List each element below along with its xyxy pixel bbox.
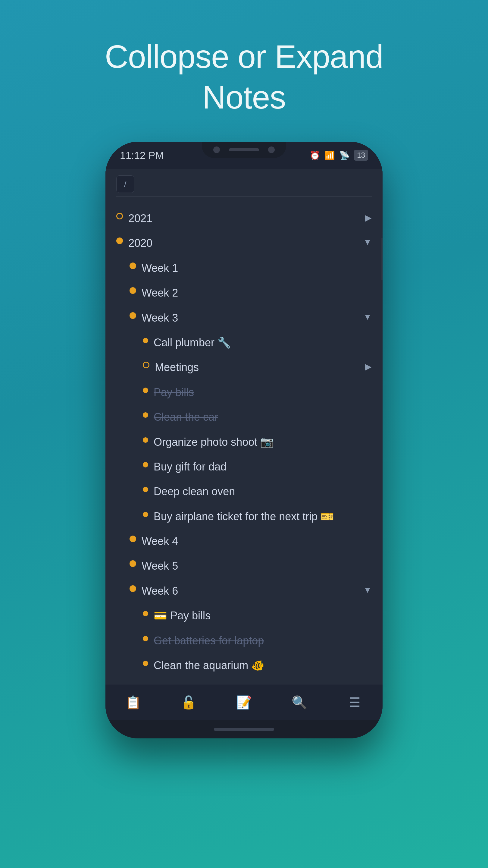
list-item[interactable]: Week 6▼ [105, 579, 383, 603]
toolbar: / [105, 169, 383, 201]
item-text: Week 1 [141, 261, 372, 276]
item-text: Organize photo shoot 📷 [154, 435, 372, 450]
bullet-icon [143, 512, 148, 517]
list-item[interactable]: Buy gift for dad [105, 455, 383, 479]
item-text: Week 2 [141, 285, 372, 301]
list-item[interactable]: Clean the car [105, 405, 383, 430]
alarm-icon: ⏰ [310, 150, 320, 160]
list-item[interactable]: 2021▶ [105, 206, 383, 231]
battery-icon: 13 [354, 150, 368, 161]
collapse-icon[interactable]: ▼ [363, 585, 372, 595]
item-text: Week 5 [141, 558, 372, 574]
phone-bottom-bar [105, 720, 383, 738]
item-text: Meetings [155, 360, 362, 375]
signal-icon: 📶 [324, 150, 335, 160]
bullet-icon [143, 462, 148, 467]
add-nav[interactable]: 📝 [232, 690, 256, 715]
item-text: 2020 [128, 236, 360, 251]
bottom-nav: 📋🔓📝🔍☰ [105, 684, 383, 720]
notch-dot-left [213, 147, 220, 153]
phone-shell: 11:12 PM ⏰ 📶 📡 13 / 2021▶2020▼Week 1Week… [105, 142, 383, 738]
item-text: Pay bills [154, 385, 372, 400]
notch-bar [229, 148, 259, 151]
bullet-icon [143, 611, 148, 616]
menu-nav[interactable]: ☰ [343, 690, 367, 715]
item-text: Get batteries for laptop [154, 633, 372, 648]
item-text: Week 6 [141, 584, 360, 598]
notes-tree[interactable]: 2021▶2020▼Week 1Week 2Week 3▼Call plumbe… [105, 201, 383, 684]
item-text: Buy gift for dad [154, 459, 372, 474]
notch-dot-right [268, 147, 275, 153]
search-nav[interactable]: 🔍 [287, 690, 312, 715]
item-text: Visit grandma [154, 683, 372, 684]
page-title: Collopse or Expand Notes [105, 36, 384, 118]
bullet-icon [143, 362, 150, 368]
list-item[interactable]: Visit grandma [105, 678, 383, 684]
expand-icon[interactable]: ▶ [365, 362, 372, 372]
list-item[interactable]: Week 3▼ [105, 306, 383, 330]
item-text: 💳 Pay bills [154, 608, 372, 623]
status-time: 11:12 PM [120, 150, 164, 161]
toolbar-divider [116, 196, 372, 196]
item-text: Buy airplane ticket for the next trip 🎫 [154, 509, 372, 524]
list-item[interactable]: Deep clean oven [105, 479, 383, 504]
bullet-icon [130, 287, 136, 294]
bullet-icon [130, 535, 136, 542]
item-text: Deep clean oven [154, 484, 372, 499]
list-item[interactable]: Call plumber 🔧 [105, 330, 383, 355]
bullet-icon [130, 262, 136, 269]
collapse-icon[interactable]: ▼ [363, 238, 372, 247]
list-item[interactable]: Week 1 [105, 256, 383, 281]
item-text: Clean the aquarium 🐠 [154, 658, 372, 673]
home-indicator [214, 728, 274, 731]
item-text: 2021 [128, 211, 362, 226]
bullet-icon [130, 312, 136, 319]
list-item[interactable]: Clean the aquarium 🐠 [105, 653, 383, 678]
bullet-icon [130, 585, 136, 592]
bullet-icon [143, 661, 148, 666]
status-bar: 11:12 PM ⏰ 📶 📡 13 [105, 142, 383, 169]
wifi-icon: 📡 [339, 150, 350, 160]
item-text: Call plumber 🔧 [154, 335, 372, 350]
lock-nav[interactable]: 🔓 [176, 690, 201, 715]
bullet-icon [130, 560, 136, 567]
list-item[interactable]: Get batteries for laptop [105, 628, 383, 653]
list-item[interactable]: Week 2 [105, 281, 383, 305]
list-item[interactable]: 💳 Pay bills [105, 603, 383, 628]
expand-icon[interactable]: ▶ [365, 213, 372, 223]
item-text: Clean the car [154, 410, 372, 425]
bullet-icon [143, 412, 148, 418]
notch [202, 142, 286, 158]
path-button[interactable]: / [116, 176, 134, 193]
bullet-icon [116, 213, 123, 219]
collapse-icon[interactable]: ▼ [363, 312, 372, 322]
item-text: Week 3 [141, 310, 360, 326]
list-item[interactable]: Organize photo shoot 📷 [105, 430, 383, 455]
item-text: Week 4 [141, 534, 372, 549]
bullet-icon [143, 487, 148, 492]
list-item[interactable]: 2020▼ [105, 231, 383, 255]
notes-nav[interactable]: 📋 [121, 690, 145, 715]
bullet-icon [143, 338, 148, 343]
bullet-icon [116, 238, 123, 244]
list-item[interactable]: Week 5 [105, 554, 383, 578]
list-item[interactable]: Buy airplane ticket for the next trip 🎫 [105, 504, 383, 529]
list-item[interactable]: Week 4 [105, 529, 383, 554]
bullet-icon [143, 437, 148, 443]
phone-screen: / 2021▶2020▼Week 1Week 2Week 3▼Call plum… [105, 169, 383, 684]
bullet-icon [143, 636, 148, 641]
list-item[interactable]: Meetings▶ [105, 355, 383, 380]
status-icons: ⏰ 📶 📡 13 [310, 150, 368, 161]
list-item[interactable]: Pay bills [105, 380, 383, 405]
bullet-icon [143, 388, 148, 393]
